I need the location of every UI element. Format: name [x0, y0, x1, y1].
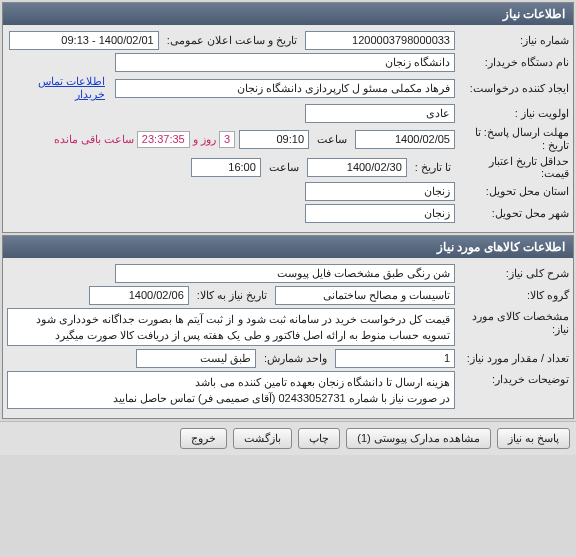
- deadline-date-field: 1400/02/05: [355, 130, 455, 149]
- desc-field: شن رنگی طبق مشخصات فایل پیوست: [115, 264, 455, 283]
- notes-field: هزینه ارسال تا دانشگاه زنجان بعهده تامین…: [7, 371, 455, 409]
- button-bar: پاسخ به نیاز مشاهده مدارک پیوستی (1) چاپ…: [0, 421, 576, 455]
- req-no-label: شماره نیاز:: [459, 34, 569, 47]
- validity-date-field: 1400/02/30: [307, 158, 407, 177]
- group-label: گروه کالا:: [459, 289, 569, 302]
- qty-field: 1: [335, 349, 455, 368]
- section-header-goods: اطلاعات کالاهای مورد نیاز: [3, 236, 573, 258]
- attachments-button[interactable]: مشاهده مدارک پیوستی (1): [346, 428, 491, 449]
- remain-wrap: 3 روز و 23:37:35 ساعت باقی مانده: [54, 131, 235, 148]
- section-header-info: اطلاعات نیاز: [3, 3, 573, 25]
- req-no-field: 1200003798000033: [305, 31, 455, 50]
- spec-label: مشخصات کالای مورد نیاز:: [459, 308, 569, 336]
- validity-date-lbl: تا تاریخ :: [411, 161, 455, 174]
- pub-label: تاریخ و ساعت اعلان عمومی:: [163, 34, 301, 47]
- info-body: شماره نیاز: 1200003798000033 تاریخ و ساع…: [3, 25, 573, 232]
- print-button[interactable]: چاپ: [298, 428, 340, 449]
- deadline-label: مهلت ارسال پاسخ: تا تاریخ :: [459, 126, 569, 152]
- time-label-2: ساعت: [265, 161, 303, 174]
- validity-time-field: 16:00: [191, 158, 261, 177]
- qty-label: تعداد / مقدار مورد نیاز:: [459, 352, 569, 365]
- date-goods-label: تاریخ نیاز به کالا:: [193, 289, 271, 302]
- reply-button[interactable]: پاسخ به نیاز: [497, 428, 570, 449]
- date-goods-field: 1400/02/06: [89, 286, 189, 305]
- days-suffix: روز و: [193, 133, 216, 145]
- need-info-panel: اطلاعات نیاز شماره نیاز: 120000379800003…: [2, 2, 574, 233]
- unit-label: واحد شمارش:: [260, 352, 331, 365]
- exit-button[interactable]: خروج: [180, 428, 227, 449]
- remain-suffix: ساعت باقی مانده: [54, 133, 134, 145]
- goods-panel: اطلاعات کالاهای مورد نیاز شرح کلی نیاز: …: [2, 235, 574, 419]
- validity-label: حداقل تاریخ اعتبار قیمت:: [459, 155, 569, 179]
- back-button[interactable]: بازگشت: [233, 428, 292, 449]
- city-field: زنجان: [305, 204, 455, 223]
- contact-link[interactable]: اطلاعات تماس خریدار: [7, 75, 105, 101]
- deadline-time-field: 09:10: [239, 130, 309, 149]
- notes-label: توضیحات خریدار:: [459, 371, 569, 386]
- spec-field: قیمت کل درخواست خرید در سامانه ثبت شود و…: [7, 308, 455, 346]
- goods-body: شرح کلی نیاز: شن رنگی طبق مشخصات فایل پی…: [3, 258, 573, 418]
- city-label: شهر محل تحویل:: [459, 207, 569, 220]
- time-label-1: ساعت: [313, 133, 351, 146]
- creator-field: فرهاد مکملی مسئو ل کارپردازی دانشگاه زنج…: [115, 79, 455, 98]
- buyer-label: نام دستگاه خریدار:: [459, 56, 569, 69]
- unit-field: طبق لیست: [136, 349, 256, 368]
- priority-label: اولویت نیاز :: [459, 107, 569, 120]
- province-field: زنجان: [305, 182, 455, 201]
- group-field: تاسیسات و مصالح ساختمانی: [275, 286, 455, 305]
- province-label: استان محل تحویل:: [459, 185, 569, 198]
- priority-field: عادی: [305, 104, 455, 123]
- desc-label: شرح کلی نیاز:: [459, 267, 569, 280]
- pub-field: 1400/02/01 - 09:13: [9, 31, 159, 50]
- countdown-box: 23:37:35: [137, 131, 190, 148]
- days-box: 3: [219, 131, 235, 148]
- buyer-field: دانشگاه زنجان: [115, 53, 455, 72]
- creator-label: ایجاد کننده درخواست:: [459, 82, 569, 95]
